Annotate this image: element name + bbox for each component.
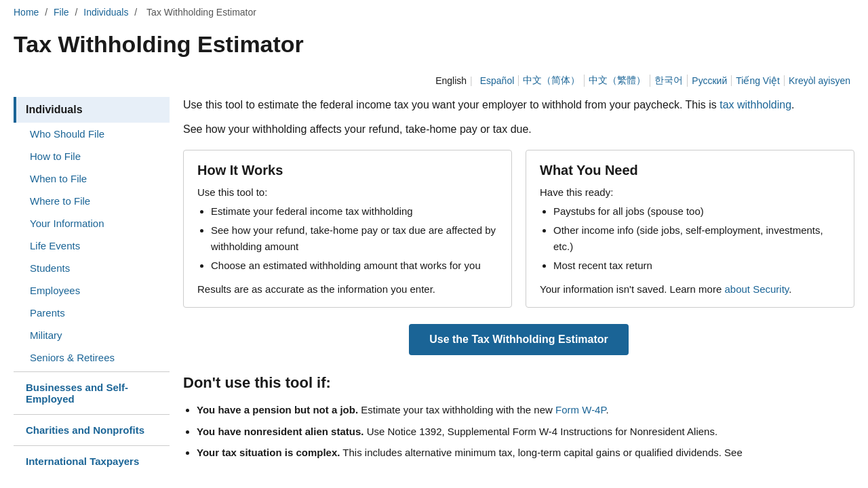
sidebar-item-employees[interactable]: Employees <box>14 279 170 302</box>
what-you-need-list: Paystubs for all jobs (spouse too) Other… <box>540 203 840 274</box>
sidebar-item-life-events[interactable]: Life Events <box>14 235 170 257</box>
dont-use-section: Don't use this tool if: You have a pensi… <box>183 374 854 462</box>
language-russian[interactable]: Русский <box>688 75 732 86</box>
sidebar-divider-3 <box>14 445 170 446</box>
breadcrumb-sep-2: / <box>75 7 77 18</box>
dont-use-item-pension: You have a pension but not a job. Estima… <box>197 401 854 419</box>
sidebar-item-who-should-file[interactable]: Who Should File <box>14 123 170 145</box>
breadcrumb-home[interactable]: Home <box>14 7 39 18</box>
list-item: Paystubs for all jobs (spouse too) <box>553 203 840 220</box>
list-item: See how your refund, take-home pay or ta… <box>211 222 498 255</box>
sidebar-item-businesses[interactable]: Businesses and Self-Employed <box>14 375 170 411</box>
sidebar-item-how-to-file[interactable]: How to File <box>14 145 170 167</box>
list-item: Choose an estimated withholding amount t… <box>211 258 498 274</box>
form-w4p-link[interactable]: Form W-4P <box>555 404 606 415</box>
how-it-works-list: Estimate your federal income tax withhol… <box>197 203 498 274</box>
sidebar-item-parents[interactable]: Parents <box>14 302 170 324</box>
list-item: Most recent tax return <box>553 258 840 274</box>
main-content: Use this tool to estimate the federal in… <box>183 97 854 474</box>
list-item: Other income info (side jobs, self-emplo… <box>553 222 840 255</box>
sidebar: Individuals Who Should File How to File … <box>14 97 170 474</box>
tax-withholding-link[interactable]: tax withholding <box>719 99 791 110</box>
sidebar-divider-1 <box>14 371 170 372</box>
language-chinese-simplified[interactable]: 中文（简体） <box>519 75 585 87</box>
sidebar-item-seniors-retirees[interactable]: Seniors & Retirees <box>14 346 170 369</box>
list-item: Estimate your federal income tax withhol… <box>211 203 498 220</box>
sidebar-item-where-to-file[interactable]: Where to File <box>14 190 170 212</box>
how-it-works-subtitle: Use this tool to: <box>197 186 498 198</box>
dont-use-item-complex: Your tax situation is complex. This incl… <box>197 444 854 462</box>
sidebar-item-your-information[interactable]: Your Information <box>14 212 170 235</box>
dont-use-item-nonresident: You have nonresident alien status. Use N… <box>197 423 854 441</box>
sidebar-item-students[interactable]: Students <box>14 257 170 279</box>
language-bar: English | Español 中文（简体） 中文（繁體） 한국어 Русс… <box>0 71 868 97</box>
breadcrumb-sep-1: / <box>45 7 47 18</box>
sidebar-item-when-to-file[interactable]: When to File <box>14 167 170 190</box>
info-cards: How It Works Use this tool to: Estimate … <box>183 150 854 308</box>
language-chinese-traditional[interactable]: 中文（繁體） <box>585 75 650 87</box>
breadcrumb-file[interactable]: File <box>54 7 69 18</box>
dont-use-title: Don't use this tool if: <box>183 374 854 392</box>
page-title: Tax Withholding Estimator <box>0 24 868 71</box>
language-haitian-creole[interactable]: Kreyòl ayisyen <box>785 75 854 86</box>
language-english: English <box>435 75 467 86</box>
sidebar-item-charities[interactable]: Charities and Nonprofits <box>14 418 170 443</box>
how-it-works-results: Results are as accurate as the informati… <box>197 283 498 295</box>
breadcrumb-sep-3: / <box>134 7 137 18</box>
breadcrumb: Home / File / Individuals / Tax Withhold… <box>0 0 868 24</box>
language-spanish[interactable]: Español <box>476 75 519 86</box>
lang-sep: | <box>470 75 473 86</box>
how-it-works-card: How It Works Use this tool to: Estimate … <box>183 150 512 308</box>
sidebar-item-military[interactable]: Military <box>14 324 170 346</box>
what-you-need-footer: Your information isn't saved. Learn more… <box>540 283 840 295</box>
breadcrumb-current: Tax Withholding Estimator <box>146 7 256 18</box>
how-it-works-title: How It Works <box>197 163 498 178</box>
sidebar-item-individuals[interactable]: Individuals <box>14 97 170 123</box>
dont-use-list: You have a pension but not a job. Estima… <box>183 401 854 462</box>
what-you-need-subtitle: Have this ready: <box>540 186 840 198</box>
what-you-need-title: What You Need <box>540 163 840 178</box>
sidebar-divider-2 <box>14 414 170 415</box>
subtitle-text: See how your withholding affects your re… <box>183 121 854 138</box>
security-link[interactable]: about Security <box>724 283 789 295</box>
language-korean[interactable]: 한국어 <box>650 75 688 87</box>
sidebar-item-international[interactable]: International Taxpayers <box>14 449 170 474</box>
language-vietnamese[interactable]: Tiếng Việt <box>732 75 785 86</box>
what-you-need-card: What You Need Have this ready: Paystubs … <box>526 150 854 308</box>
use-estimator-button[interactable]: Use the Tax Withholding Estimator <box>409 324 629 355</box>
breadcrumb-individuals[interactable]: Individuals <box>83 7 128 18</box>
intro-text: Use this tool to estimate the federal in… <box>183 97 854 113</box>
cta-row: Use the Tax Withholding Estimator <box>183 324 854 355</box>
